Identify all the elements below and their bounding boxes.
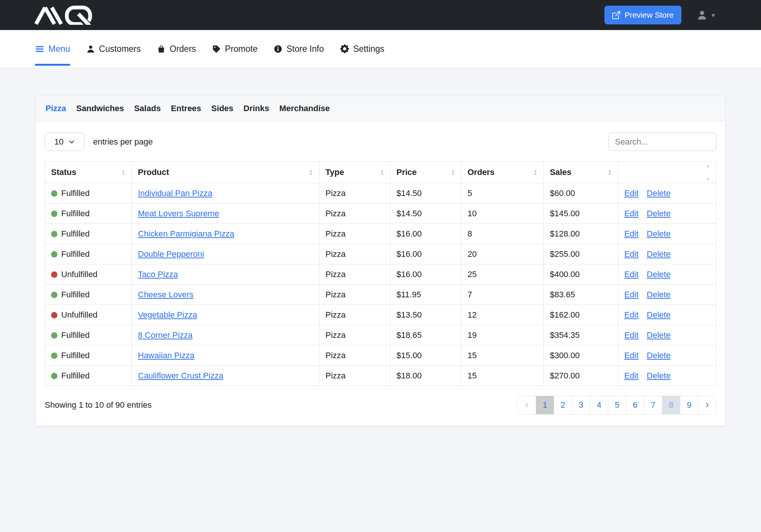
pagination: ‹123456789›	[517, 396, 716, 414]
delete-link[interactable]: Delete	[647, 270, 671, 279]
pagination-page-5[interactable]: 5	[608, 396, 626, 414]
col-header-sales[interactable]: Sales▲▼	[544, 162, 618, 183]
page-content: PizzaSandwichesSaladsEntreesSidesDrinksM…	[0, 68, 761, 426]
edit-link[interactable]: Edit	[624, 209, 639, 218]
status-cell: Unfulfilled	[45, 264, 132, 285]
pagination-page-7[interactable]: 7	[644, 396, 662, 414]
nav-item-store-info[interactable]: Store Info	[274, 30, 324, 68]
status-dot	[51, 231, 57, 237]
tab-salads[interactable]: Salads	[134, 104, 161, 113]
edit-link[interactable]: Edit	[624, 330, 639, 340]
price-cell: $16.00	[390, 264, 461, 285]
status-cell: Fulfilled	[45, 224, 132, 244]
delete-link[interactable]: Delete	[647, 209, 671, 218]
table-row: Unfulfilled Vegetable Pizza Pizza $13.50…	[45, 305, 716, 325]
edit-link[interactable]: Edit	[624, 351, 639, 360]
type-cell: Pizza	[319, 244, 390, 264]
nav-item-promote[interactable]: Promote	[212, 30, 258, 68]
price-cell: $18.65	[390, 325, 461, 345]
delete-link[interactable]: Delete	[647, 188, 671, 198]
product-link[interactable]: Cheese Lovers	[138, 290, 193, 299]
tab-drinks[interactable]: Drinks	[244, 104, 269, 113]
tag-icon	[212, 45, 221, 53]
delete-link[interactable]: Delete	[647, 310, 671, 320]
caret-down-icon: ▼	[710, 12, 716, 18]
sales-cell: $270.00	[544, 366, 618, 386]
pagination-page-8[interactable]: 8	[662, 396, 680, 414]
nav-item-settings[interactable]: Settings	[340, 30, 384, 68]
col-header-product[interactable]: Product▲▼	[132, 162, 319, 183]
col-header-price[interactable]: Price▲▼	[390, 162, 461, 183]
product-link[interactable]: Taco Pizza	[138, 270, 178, 279]
delete-link[interactable]: Delete	[647, 229, 671, 238]
tab-sandwiches[interactable]: Sandwiches	[76, 104, 124, 113]
price-cell: $14.50	[390, 203, 461, 224]
delete-link[interactable]: Delete	[647, 351, 671, 360]
status-cell: Fulfilled	[45, 244, 132, 264]
delete-link[interactable]: Delete	[647, 371, 671, 380]
table-footer: Showing 1 to 10 of 90 entries ‹123456789…	[45, 396, 716, 426]
price-cell: $16.00	[390, 244, 461, 264]
product-link[interactable]: Cauliflower Crust Pizza	[138, 371, 223, 380]
preview-store-button[interactable]: Preview Store	[604, 6, 681, 24]
product-link[interactable]: Meat Lovers Supreme	[138, 209, 219, 218]
table-row: Fulfilled Double Pepperoni Pizza $16.00 …	[45, 244, 716, 264]
col-header-type[interactable]: Type▲▼	[319, 162, 390, 183]
user-icon	[696, 9, 708, 21]
edit-link[interactable]: Edit	[624, 229, 639, 238]
tab-entrees[interactable]: Entrees	[171, 104, 201, 113]
status-label: Fulfilled	[61, 249, 90, 259]
delete-link[interactable]: Delete	[647, 290, 671, 299]
status-cell: Fulfilled	[45, 325, 132, 345]
entries-select[interactable]: 10	[45, 133, 84, 151]
table-row: Fulfilled Cheese Lovers Pizza $11.95 7 $…	[45, 285, 716, 305]
price-cell: $11.95	[390, 285, 461, 305]
product-link[interactable]: Vegetable Pizza	[138, 310, 197, 320]
status-dot	[51, 190, 57, 197]
col-header-actions[interactable]: ▼▲	[618, 162, 716, 183]
pagination-page-4[interactable]: 4	[590, 396, 608, 414]
orders-cell: 19	[461, 325, 544, 345]
user-menu[interactable]: ▼	[696, 9, 716, 21]
product-link[interactable]: Hawaiian Pizza	[138, 351, 194, 360]
tab-merchandise[interactable]: Merchandise	[279, 104, 330, 113]
search-input[interactable]	[608, 133, 716, 151]
table-row: Fulfilled Cauliflower Crust Pizza Pizza …	[45, 366, 716, 386]
orders-cell: 8	[461, 224, 544, 244]
category-tabs: PizzaSandwichesSaladsEntreesSidesDrinksM…	[36, 96, 725, 121]
col-header-orders[interactable]: Orders▲▼	[461, 162, 544, 183]
orders-cell: 20	[461, 244, 544, 264]
pagination-prev[interactable]: ‹	[518, 396, 536, 414]
nav-item-orders[interactable]: Orders	[157, 30, 196, 68]
edit-link[interactable]: Edit	[624, 270, 639, 279]
nav-item-customers[interactable]: Customers	[86, 30, 141, 68]
edit-link[interactable]: Edit	[624, 371, 639, 380]
edit-link[interactable]: Edit	[624, 290, 639, 299]
product-link[interactable]: Chicken Parmigiana Pizza	[138, 229, 234, 238]
pagination-next[interactable]: ›	[698, 396, 716, 414]
menu-table-body: Fulfilled Individual Pan Pizza Pizza $14…	[45, 183, 716, 386]
pagination-page-1[interactable]: 1	[536, 396, 554, 414]
price-cell: $15.00	[390, 345, 461, 366]
tab-pizza[interactable]: Pizza	[45, 104, 66, 113]
preview-store-label: Preview Store	[624, 11, 674, 20]
pagination-page-6[interactable]: 6	[626, 396, 644, 414]
col-header-status[interactable]: Status▲▼	[45, 162, 132, 183]
delete-link[interactable]: Delete	[647, 249, 671, 259]
product-link[interactable]: Double Pepperoni	[138, 249, 204, 259]
edit-link[interactable]: Edit	[624, 310, 639, 320]
pagination-page-9[interactable]: 9	[680, 396, 698, 414]
product-cell: Individual Pan Pizza	[132, 183, 319, 203]
pagination-page-2[interactable]: 2	[554, 396, 572, 414]
delete-link[interactable]: Delete	[647, 330, 671, 340]
tab-sides[interactable]: Sides	[211, 104, 234, 113]
sales-cell: $60.00	[544, 183, 618, 203]
pagination-page-3[interactable]: 3	[572, 396, 590, 414]
product-link[interactable]: Individual Pan Pizza	[138, 188, 212, 198]
edit-link[interactable]: Edit	[624, 188, 639, 198]
nav-item-menu[interactable]: Menu	[35, 30, 70, 68]
status-cell: Fulfilled	[45, 366, 132, 386]
orders-cell: 25	[461, 264, 544, 285]
product-link[interactable]: 8 Corner Pizza	[138, 330, 193, 340]
edit-link[interactable]: Edit	[624, 249, 639, 259]
